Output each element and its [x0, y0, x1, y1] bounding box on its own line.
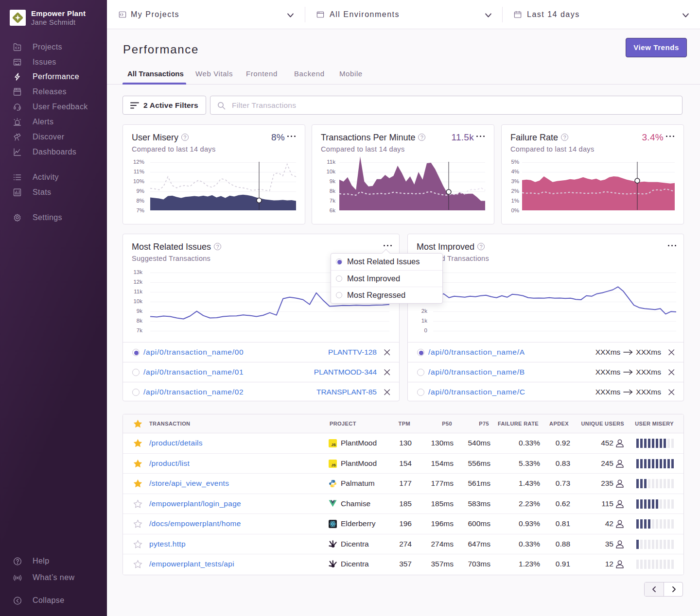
- svg-text:JS: JS: [332, 463, 336, 467]
- svg-text:JS: JS: [332, 443, 336, 447]
